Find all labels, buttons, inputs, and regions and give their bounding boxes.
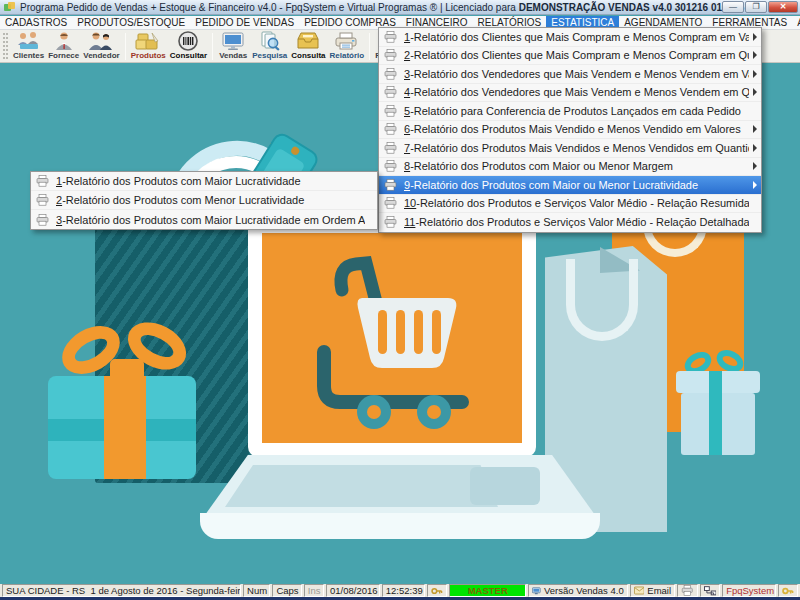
toolbar-button-pesquisa[interactable]: Pesquisa (250, 31, 289, 62)
estatistica-dropdown-menu: 1-Relatório dos Clientes que Mais Compra… (378, 27, 762, 233)
printer-icon (384, 105, 399, 117)
printer-icon (36, 194, 51, 206)
menu-item[interactable]: 11-Relatório dos Produtos e Serviços Val… (379, 213, 761, 232)
status-network-button[interactable] (700, 584, 721, 597)
statusbar: SUA CIDADE - RS 1 de Agosto de 2016 - Se… (0, 584, 800, 597)
menu-item-label: 7-Relatório dos Produtos Mais Vendidos e… (404, 142, 749, 154)
menubar-item-produtos-estoque[interactable]: PRODUTOS/ESTOQUE (72, 16, 190, 29)
toolbar-grip[interactable] (3, 33, 8, 59)
supplier-icon (53, 31, 75, 51)
printer-icon (384, 179, 399, 191)
toolbar-button-relatorio[interactable]: Relatório (328, 31, 367, 62)
toolbar-button-consulta[interactable]: Consulta (289, 31, 327, 62)
maximize-button[interactable]: ❐ (745, 1, 767, 13)
status-brand: FpqSystem (722, 584, 776, 597)
laptop-bottom-illustration (200, 513, 600, 539)
menubar-item-pedido-de-vendas[interactable]: PEDIDO DE VENDAS (190, 16, 299, 29)
status-capslock: Caps (272, 584, 301, 597)
printer-icon (36, 214, 51, 226)
small-gift-ribbon-illustration (709, 371, 722, 455)
menu-item[interactable]: 2-Relatório dos Clientes que Mais Compra… (379, 47, 761, 66)
titlebar: Programa Pedido de Vendas + Estoque & Fi… (0, 0, 800, 15)
menu-item[interactable]: 5-Relatório para Conferencia de Produtos… (379, 102, 761, 121)
submenu-arrow-icon (753, 162, 757, 170)
printer-icon (384, 197, 399, 209)
status-numlock: Num (243, 584, 270, 597)
printer-icon (384, 123, 399, 135)
submenu-arrow-icon (753, 144, 757, 152)
barcode-icon (177, 31, 199, 51)
mail-icon (634, 586, 645, 595)
menu-item[interactable]: 2-Relatório dos Produtos com Menor Lucra… (31, 191, 377, 210)
menu-item-label: 2-Relatório dos Clientes que Mais Compra… (404, 49, 749, 61)
printer-icon (384, 31, 399, 43)
menubar-item-ajuda[interactable]: AJUDA (792, 16, 800, 29)
toolbar-separator (369, 33, 370, 60)
clients-icon (16, 31, 42, 51)
menubar-item-cadastros[interactable]: CADASTROS (0, 16, 72, 29)
key-icon (782, 586, 794, 596)
laptop-display-illustration (262, 233, 522, 443)
menu-item[interactable]: 10-Relatório dos Produtos e Serviços Val… (379, 195, 761, 214)
toolbar-button-clientes[interactable]: Clientes (11, 31, 46, 62)
sales-monitor-icon (220, 31, 246, 51)
menu-item[interactable]: 9-Relatório dos Produtos com Maior ou Me… (379, 176, 761, 195)
toolbar-button-vendas[interactable]: Vendas (216, 31, 250, 62)
toolbar-button-fornece[interactable]: Fornece (46, 31, 81, 62)
status-insert: Ins (304, 584, 324, 597)
menu-item[interactable]: 7-Relatório dos Produtos Mais Vendidos e… (379, 139, 761, 158)
menu-item[interactable]: 1-Relatório dos Clientes que Mais Compra… (379, 28, 761, 47)
toolbar-button-produtos[interactable]: Produtos (129, 31, 168, 62)
menu-item-label: 1-Relatório dos Clientes que Mais Compra… (404, 31, 749, 43)
menu-item-label: 4-Relatório dos Vendedores que Mais Vend… (404, 86, 749, 98)
submenu-arrow-icon (753, 125, 757, 133)
printer-icon (384, 216, 399, 228)
menu-item-label: 1-Relatório dos Produtos com Maior Lucra… (56, 175, 365, 187)
menu-item-label: 11-Relatório dos Produtos e Serviços Val… (404, 216, 749, 228)
printer-icon (384, 142, 399, 154)
search-docs-icon (258, 31, 282, 51)
menu-item-label: 3-Relatório dos Vendedores que Mais Vend… (404, 68, 749, 80)
menu-item-label: 5-Relatório para Conferencia de Produtos… (404, 105, 749, 117)
minimize-button[interactable]: — (722, 1, 744, 13)
submenu-arrow-icon (753, 88, 757, 96)
printer-icon (36, 175, 51, 187)
menu-item[interactable]: 4-Relatório dos Vendedores que Mais Vend… (379, 84, 761, 103)
close-button[interactable]: ✕ (768, 1, 798, 13)
submenu-arrow-icon (753, 70, 757, 78)
laptop-touchpad-illustration (470, 467, 540, 505)
submenu-arrow-icon (753, 51, 757, 59)
salesperson-icon (88, 31, 114, 51)
report-printer-icon (334, 31, 360, 51)
menu-item-label: 8-Relatório dos Produtos com Maior ou Me… (404, 160, 749, 172)
menu-item[interactable]: 6-Relatório dos Produtos Mais Vendido e … (379, 121, 761, 140)
lucratividade-submenu: 1-Relatório dos Produtos com Maior Lucra… (30, 171, 378, 230)
computer-icon (532, 586, 541, 596)
menu-item-label: 10-Relatório dos Produtos e Serviços Val… (404, 197, 749, 209)
toolbar-button-consultar[interactable]: Consultar (168, 31, 209, 62)
submenu-arrow-icon (753, 33, 757, 41)
app-window: Programa Pedido de Vendas + Estoque & Fi… (0, 0, 800, 600)
printer-icon (384, 86, 399, 98)
toolbar-separator (212, 33, 213, 60)
menu-item[interactable]: 8-Relatório dos Produtos com Maior ou Me… (379, 158, 761, 177)
printer-icon (681, 585, 694, 596)
menu-item[interactable]: 3-Relatório dos Produtos com Maior Lucra… (31, 210, 377, 229)
menu-item-label: 9-Relatório dos Produtos com Maior ou Me… (404, 179, 749, 191)
menu-item-label: 6-Relatório dos Produtos Mais Vendido e … (404, 123, 749, 135)
menu-item[interactable]: 3-Relatório dos Vendedores que Mais Vend… (379, 65, 761, 84)
status-user-badge: MASTER (449, 584, 526, 597)
toolbar-button-vendedor[interactable]: Vendedor (81, 31, 121, 62)
light-bag-handle-illustration (566, 259, 638, 341)
menu-item[interactable]: 1-Relatório dos Produtos com Maior Lucra… (31, 172, 377, 191)
printer-icon (384, 160, 399, 172)
status-email[interactable]: Email (630, 584, 675, 597)
status-location: SUA CIDADE - RS 1 de Agosto de 2016 - Se… (2, 584, 241, 597)
status-version: Versão Vendas 4.0 (528, 584, 627, 597)
app-logo-icon (4, 2, 16, 13)
gift-ribbon-illustration (104, 376, 146, 479)
status-date: 01/08/2016 (326, 584, 380, 597)
status-print-button[interactable] (677, 584, 698, 597)
status-time: 12:52:39 (382, 584, 426, 597)
menu-item-label: 3-Relatório dos Produtos com Maior Lucra… (56, 214, 365, 226)
